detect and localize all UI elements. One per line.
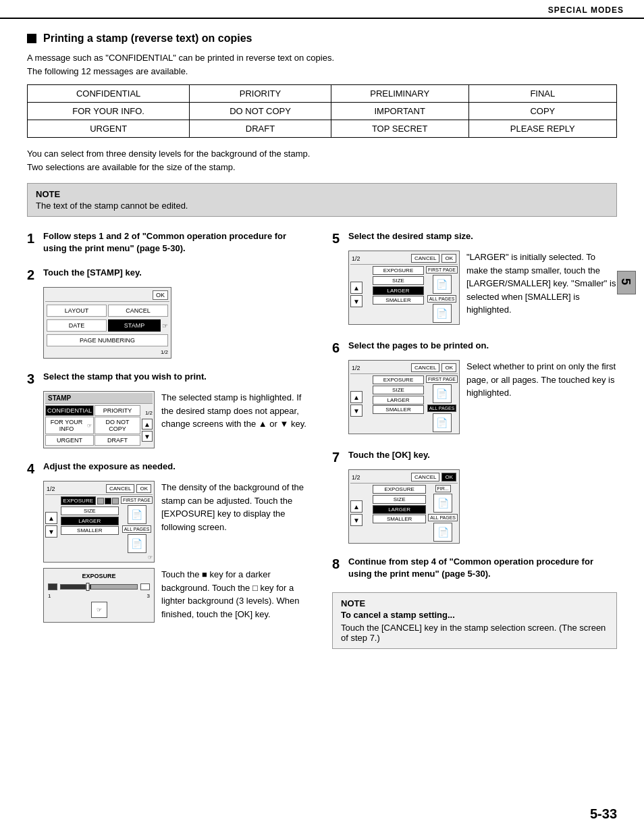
step6-up-arrow[interactable]: ▲: [350, 391, 363, 403]
intro-text: A message such as "CONFIDENTIAL" can be …: [27, 51, 617, 78]
step3-priority[interactable]: PRIORITY: [95, 405, 140, 416]
step2-date-btn[interactable]: DATE: [47, 319, 107, 332]
step4-exposure-dots: [97, 498, 119, 504]
step4-hand: ☞: [45, 554, 153, 561]
step3-do-not-copy[interactable]: DO NOT COPY: [95, 417, 140, 434]
step4-all-pages[interactable]: ALL PAGES: [122, 525, 152, 533]
step6-smaller-btn[interactable]: SMALLER: [373, 405, 424, 414]
step7-cancel-btn[interactable]: CANCEL: [411, 473, 439, 481]
main-content: Printing a stamp (reverse text) on copie…: [0, 19, 644, 662]
step5-down-arrow[interactable]: ▼: [350, 295, 363, 307]
step7-smaller-btn[interactable]: SMALLER: [373, 515, 426, 523]
step4-up-arrow[interactable]: ▲: [45, 512, 57, 524]
step7-down-arrow[interactable]: ▼: [350, 514, 363, 526]
step3-for-your-info[interactable]: FOR YOUR INFO☞: [45, 417, 94, 434]
step3-confidential[interactable]: CONFIDENTIAL: [45, 405, 94, 416]
step3-down-btn[interactable]: ▼: [142, 431, 153, 442]
step-4-header: 4 Adjust the exposure as needed.: [27, 461, 312, 477]
step5-exposure-btn[interactable]: EXPOSURE: [373, 266, 424, 275]
step-5: 5 Select the desired stamp size. 1/2 CAN…: [332, 230, 617, 328]
step-5-content: 1/2 CANCEL OK ▲ ▼: [348, 251, 617, 328]
step5-first-page[interactable]: FIRST PAGE: [426, 266, 458, 273]
section-heading: Printing a stamp (reverse text) on copie…: [27, 32, 617, 45]
step-3-header: 3 Select the stamp that you wish to prin…: [27, 371, 312, 387]
step5-counter: 1/2: [352, 255, 360, 262]
exp-dark-key[interactable]: [48, 583, 57, 590]
step4-first-page[interactable]: FIRST PAGE: [121, 496, 153, 504]
step-2-number: 2: [27, 267, 43, 283]
step-6-ui: 1/2 CANCEL OK ▲ ▼: [348, 360, 460, 437]
left-column: 1 Follow steps 1 and 2 of "Common operat…: [27, 230, 312, 649]
step7-larger-btn[interactable]: LARGER: [373, 505, 426, 514]
step3-draft[interactable]: DRAFT: [95, 435, 140, 446]
step3-urgent[interactable]: URGENT: [45, 435, 94, 446]
step6-down-arrow[interactable]: ▼: [350, 405, 363, 417]
note-bottom-title: NOTE: [341, 598, 608, 608]
step2-layout-btn[interactable]: LAYOUT: [47, 305, 107, 317]
intro-line1: A message such as "CONFIDENTIAL" can be …: [27, 51, 617, 65]
step5-larger-btn[interactable]: LARGER: [373, 286, 424, 295]
step2-stamp-btn[interactable]: STAMP: [108, 319, 161, 332]
density-line1: You can select from three density levels…: [27, 147, 617, 161]
step4-size-label: SIZE: [61, 506, 119, 515]
step4-down-arrow[interactable]: ▼: [45, 525, 57, 538]
step-4-body: The density of the background of the sta…: [161, 481, 312, 533]
messages-table-cell: COPY: [468, 103, 616, 120]
step5-all-pages[interactable]: ALL PAGES: [427, 295, 457, 303]
step6-exposure-btn[interactable]: EXPOSURE: [373, 375, 424, 384]
steps-two-col: 1 Follow steps 1 and 2 of "Common operat…: [27, 230, 617, 649]
step4-exposure-btn[interactable]: EXPOSURE: [61, 496, 96, 505]
step7-exposure-btn[interactable]: EXPOSURE: [373, 485, 426, 494]
step2-counter: 1/2: [45, 348, 169, 357]
exp-light-key[interactable]: [140, 583, 150, 590]
step-1-title: Follow steps 1 and 2 of "Common operatio…: [43, 230, 312, 255]
step-1: 1 Follow steps 1 and 2 of "Common operat…: [27, 230, 312, 255]
density-text: You can select from three density levels…: [27, 147, 617, 174]
step-1-header: 1 Follow steps 1 and 2 of "Common operat…: [27, 230, 312, 255]
step-7: 7 Touch the [OK] key. 1/2 CANCEL OK: [332, 449, 617, 544]
step7-all-pages: ALL PAGES: [428, 514, 458, 521]
step-4-body3: Touch the ■ key for a darker background.…: [161, 568, 312, 621]
step7-ok-btn[interactable]: OK: [441, 473, 456, 481]
messages-table: CONFIDENTIALPRIORITYPRELIMINARYFINALFOR …: [27, 84, 617, 138]
right-column: 5 5 Select the desired stamp size. 1/2 C…: [332, 230, 617, 649]
step6-ok-btn[interactable]: OK: [441, 363, 456, 372]
step3-stamp-header: STAMP: [45, 393, 153, 404]
step4-smaller-btn[interactable]: SMALLER: [61, 526, 119, 535]
messages-table-cell: CONFIDENTIAL: [28, 85, 190, 103]
step-8: 8 Continue from step 4 of "Common operat…: [332, 556, 617, 580]
messages-table-cell: FOR YOUR INFO.: [28, 103, 190, 120]
step4-cancel-btn[interactable]: CANCEL: [106, 484, 134, 493]
step-3-title: Select the stamp that you wish to print.: [43, 371, 312, 383]
step2-page-numbering-btn[interactable]: PAGE NUMBERING: [47, 334, 168, 346]
step5-ok-btn[interactable]: OK: [441, 254, 456, 263]
step-7-number: 7: [332, 449, 348, 465]
step2-cancel-btn[interactable]: CANCEL: [108, 305, 168, 317]
step5-cancel-btn[interactable]: CANCEL: [411, 254, 439, 263]
step-3-body: The selected stamp is highlighted. If th…: [161, 391, 312, 431]
step6-first-page[interactable]: FIRST PAGE: [426, 375, 458, 383]
step7-up-arrow[interactable]: ▲: [350, 500, 363, 513]
step-8-title: Continue from step 4 of "Common operatio…: [348, 556, 617, 580]
step-1-number: 1: [27, 230, 43, 246]
step4-ok-btn[interactable]: OK: [136, 484, 151, 493]
section-title: Printing a stamp (reverse text) on copie…: [43, 32, 252, 45]
messages-table-cell: DRAFT: [190, 120, 331, 138]
step6-cancel-btn[interactable]: CANCEL: [411, 363, 439, 372]
messages-table-cell: URGENT: [28, 120, 190, 138]
step-3: 3 Select the stamp that you wish to prin…: [27, 371, 312, 448]
step5-smaller-btn[interactable]: SMALLER: [373, 296, 424, 305]
step5-up-arrow[interactable]: ▲: [350, 282, 363, 294]
step5-page-icon2: 📄: [433, 304, 452, 323]
step7-first-page: FIR...: [435, 485, 451, 492]
step3-up-btn[interactable]: ▲: [142, 419, 153, 429]
messages-table-cell: PRELIMINARY: [331, 85, 468, 103]
step6-all-pages[interactable]: ALL PAGES: [427, 405, 457, 412]
note-box-top: NOTE The text of the stamp cannot be edi…: [27, 183, 617, 217]
step4-larger-btn[interactable]: LARGER: [61, 517, 119, 525]
step2-ok-btn[interactable]: OK: [153, 290, 168, 300]
step7-page-icon: 📄: [433, 494, 452, 513]
step6-larger-btn[interactable]: LARGER: [373, 396, 424, 405]
step-7-ui: 1/2 CANCEL OK ▲ ▼ E: [348, 469, 617, 544]
step-4-exposure-detail: EXPOSURE 1 3 ☞: [43, 568, 312, 623]
